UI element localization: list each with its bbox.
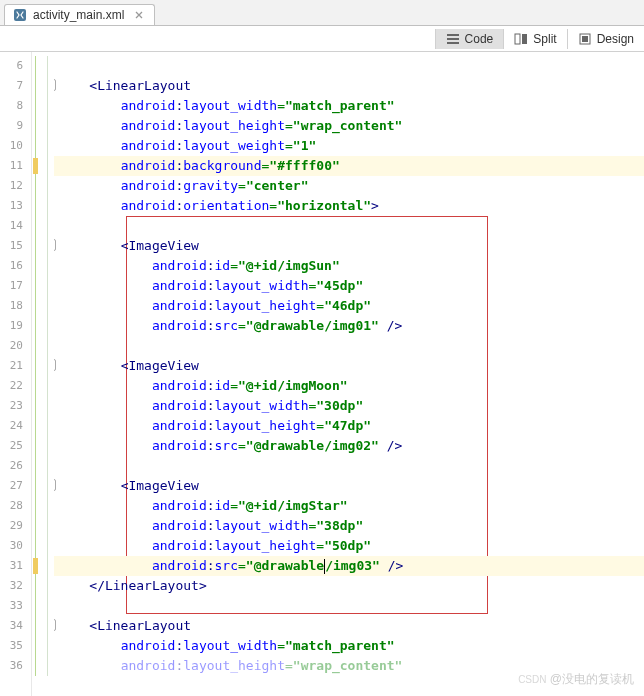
code-line[interactable]: android:layout_height="wrap_content" <box>54 116 644 136</box>
line-number: 25 <box>0 436 31 456</box>
code-line[interactable]: </LinearLayout> <box>54 576 644 596</box>
line-number: 6 <box>0 56 31 76</box>
svg-rect-0 <box>14 9 26 21</box>
svg-rect-3 <box>447 42 459 44</box>
code-line[interactable]: android:id="@+id/imgMoon" <box>54 376 644 396</box>
code-line[interactable]: android:layout_width="match_parent" <box>54 96 644 116</box>
line-number: 17 <box>0 276 31 296</box>
line-number: 27 <box>0 476 31 496</box>
code-line[interactable]: android:layout_width="30dp" <box>54 396 644 416</box>
line-number: 33 <box>0 596 31 616</box>
line-number: 7 <box>0 76 31 96</box>
svg-rect-7 <box>582 36 588 42</box>
line-number: 11 <box>0 156 31 176</box>
line-number: 35 <box>0 636 31 656</box>
tab-label: activity_main.xml <box>33 8 124 22</box>
close-icon[interactable] <box>134 10 144 20</box>
fold-toggle[interactable] <box>54 479 56 491</box>
code-line[interactable]: android:layout_width="38dp" <box>54 516 644 536</box>
svg-rect-2 <box>447 38 459 40</box>
view-code-label: Code <box>465 32 494 46</box>
line-number: 29 <box>0 516 31 536</box>
svg-rect-5 <box>522 34 527 44</box>
code-line[interactable]: android:orientation="horizontal"> <box>54 196 644 216</box>
line-number: 9 <box>0 116 31 136</box>
line-number: 30 <box>0 536 31 556</box>
split-icon <box>514 32 528 46</box>
line-number: 16 <box>0 256 31 276</box>
line-number: 23 <box>0 396 31 416</box>
code-line[interactable]: android:layout_weight="1" <box>54 136 644 156</box>
svg-rect-1 <box>447 34 459 36</box>
code-line[interactable] <box>54 216 644 236</box>
code-icon <box>446 32 460 46</box>
line-number: 13 <box>0 196 31 216</box>
view-design-button[interactable]: Design <box>567 29 644 49</box>
code-line[interactable]: <LinearLayout <box>54 616 644 636</box>
code-line[interactable]: android:layout_height="wrap_content" <box>54 656 644 676</box>
code-line[interactable]: android:gravity="center" <box>54 176 644 196</box>
line-number: 20 <box>0 336 31 356</box>
view-split-button[interactable]: Split <box>503 29 566 49</box>
code-line[interactable]: android:background="#ffff00" <box>54 156 644 176</box>
code-line[interactable]: android:src="@drawable/img03" /> <box>54 556 644 576</box>
code-line[interactable] <box>54 56 644 76</box>
line-number: 32 <box>0 576 31 596</box>
view-code-button[interactable]: Code <box>435 29 504 49</box>
fold-toggle[interactable] <box>54 619 56 631</box>
line-number: 26 <box>0 456 31 476</box>
code-line[interactable] <box>54 596 644 616</box>
line-number: 28 <box>0 496 31 516</box>
code-line[interactable]: android:layout_height="50dp" <box>54 536 644 556</box>
line-number: 12 <box>0 176 31 196</box>
code-line[interactable]: android:id="@+id/imgStar" <box>54 496 644 516</box>
code-line[interactable]: android:src="@drawable/img01" /> <box>54 316 644 336</box>
file-tab[interactable]: activity_main.xml <box>4 4 155 25</box>
code-line[interactable] <box>54 456 644 476</box>
code-line[interactable]: <LinearLayout <box>54 76 644 96</box>
fold-toggle[interactable] <box>54 79 56 91</box>
line-number: 15 <box>0 236 31 256</box>
code-line[interactable]: android:layout_width="45dp" <box>54 276 644 296</box>
design-icon <box>578 32 592 46</box>
line-number: 24 <box>0 416 31 436</box>
code-line[interactable]: android:layout_height="46dp" <box>54 296 644 316</box>
line-number: 31 <box>0 556 31 576</box>
code-line[interactable]: <ImageView <box>54 476 644 496</box>
fold-toggle[interactable] <box>54 239 56 251</box>
code-line[interactable]: <ImageView <box>54 356 644 376</box>
code-line[interactable]: android:id="@+id/imgSun" <box>54 256 644 276</box>
line-number-gutter: 6789101112131415161718192021222324252627… <box>0 52 32 696</box>
line-number: 18 <box>0 296 31 316</box>
line-number: 22 <box>0 376 31 396</box>
code-line[interactable]: android:layout_height="47dp" <box>54 416 644 436</box>
line-number: 8 <box>0 96 31 116</box>
code-editor[interactable]: <LinearLayout android:layout_width="matc… <box>54 52 644 696</box>
code-line[interactable]: <ImageView <box>54 236 644 256</box>
svg-rect-4 <box>515 34 520 44</box>
code-line[interactable]: android:src="@drawable/img02" /> <box>54 436 644 456</box>
xml-file-icon <box>13 8 27 22</box>
line-number: 36 <box>0 656 31 676</box>
line-number: 10 <box>0 136 31 156</box>
line-number: 21 <box>0 356 31 376</box>
view-design-label: Design <box>597 32 634 46</box>
view-split-label: Split <box>533 32 556 46</box>
line-number: 14 <box>0 216 31 236</box>
line-number: 19 <box>0 316 31 336</box>
code-line[interactable] <box>54 336 644 356</box>
fold-toggle[interactable] <box>54 359 56 371</box>
code-line[interactable]: android:layout_width="match_parent" <box>54 636 644 656</box>
line-number: 34 <box>0 616 31 636</box>
